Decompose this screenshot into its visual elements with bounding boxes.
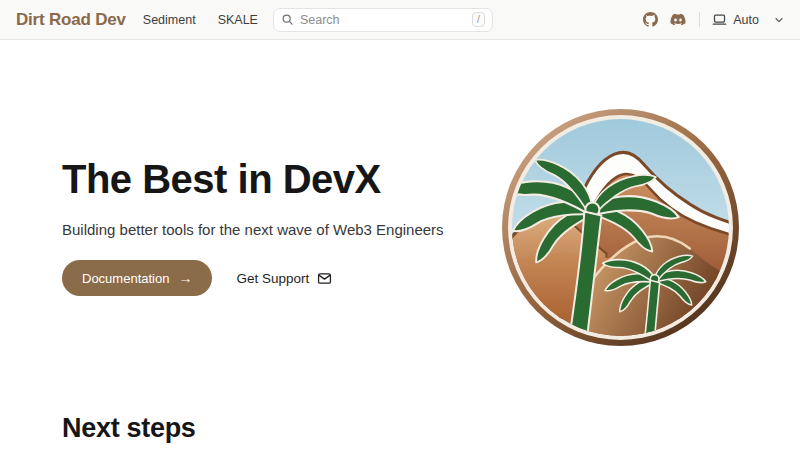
search-placeholder: Search [300,13,472,27]
search-input[interactable]: Search / [273,8,493,32]
next-steps-heading: Next steps [62,413,196,444]
monitor-icon [712,12,727,27]
main-nav: Sediment SKALE [143,13,258,27]
nav-item-sediment[interactable]: Sediment [143,13,196,27]
site-logo [500,107,741,348]
mail-icon [316,271,333,286]
arrow-right-icon: → [178,271,192,285]
github-icon [643,12,658,27]
header-right-cluster: Auto [643,12,784,27]
palm-desert-logo-graphic [500,107,741,348]
chevron-down-icon [774,15,784,25]
hero-title: The Best in DevX [62,156,381,202]
get-support-link[interactable]: Get Support [236,271,333,286]
github-link[interactable] [643,12,658,27]
hero-subtitle: Building better tools for the next wave … [62,221,444,238]
header-divider [699,12,700,27]
nav-item-skale[interactable]: SKALE [218,13,258,27]
documentation-button[interactable]: Documentation → [62,260,212,296]
cta-row: Documentation → Get Support [62,260,333,296]
header: Dirt Road Dev Sediment SKALE Search / Au… [0,0,800,40]
search-shortcut-kbd: / [472,12,485,27]
documentation-button-label: Documentation [82,271,169,286]
theme-label: Auto [733,13,759,27]
brand-logo-text[interactable]: Dirt Road Dev [16,10,126,30]
discord-icon [669,12,687,27]
discord-link[interactable] [658,12,687,27]
get-support-label: Get Support [236,271,309,286]
search-icon [281,13,294,26]
theme-switcher[interactable]: Auto [712,12,784,27]
